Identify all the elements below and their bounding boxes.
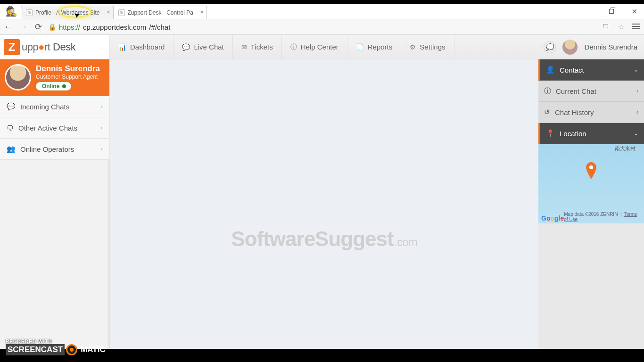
back-button[interactable]: ← [3,22,13,32]
status-text: Online [42,83,59,90]
panel-chat-history[interactable]: ↺Chat History ‹ [538,102,644,123]
profile-role: Customer Support Agent [36,74,100,80]
map-footer: Google Map data ©2016 ZENRIN | Terms of … [541,212,641,222]
recorder-tag: RECORDED WITH [6,339,107,344]
lock-icon: 🔒 [48,23,56,31]
browser-tab-2[interactable]: 🗎 Zupport Desk - Control Pa × [113,6,207,19]
url-path: /#/chat [149,23,170,31]
mail-icon: ✉ [241,43,247,51]
browser-addressbar: ← → ⟳ 🔒 https://cp.zupportdesk.com/#/cha… [0,19,644,35]
minimize-button[interactable]: — [585,8,598,15]
panel-current-chat[interactable]: ⓘCurrent Chat ‹ [538,81,644,102]
incognito-icon: 🕵️ [2,4,21,19]
status-dot-icon [62,84,66,88]
os-bottombar [0,355,644,362]
forward-button[interactable]: → [18,22,28,32]
nav-tickets[interactable]: ✉Tickets [233,35,282,59]
panel-label: Current Chat [556,87,596,95]
watermark-main: SoftwareSuggest [231,227,393,250]
chevron-down-icon: ⌄ [634,66,638,73]
right-panel-filler [538,223,644,349]
chevron-left-icon: ‹ [101,103,103,110]
chevron-left-icon: ‹ [101,146,103,152]
nav-label: Tickets [251,43,273,51]
status-badge[interactable]: Online [36,82,71,90]
nav-label: Help Center [301,43,339,51]
panel-label: Location [560,130,586,138]
comment-icon: 💬 [7,102,16,111]
logo-text: upp●rt Desk [22,41,75,53]
browser-tabstrip: 🕵️ 🗎 Profile - A Wordpress Site × 🗎 Zupp… [0,4,644,19]
chat-bubble-icon[interactable]: 💭 [544,41,556,53]
favicon-icon: 🗎 [26,9,33,16]
reload-button[interactable]: ⟳ [33,22,43,32]
nav-label: Live Chat [194,43,223,51]
nav-label: Settings [420,43,445,51]
recorder-part1: SCREENCAST [6,344,65,355]
sidebar-item-incoming-chats[interactable]: 💬Incoming Chats ‹ [0,96,109,117]
nav-help-center[interactable]: ⓘHelp Center [282,35,347,59]
browser-tab-1[interactable]: 🗎 Profile - A Wordpress Site × [21,6,114,19]
pin-icon: 📍 [546,129,555,138]
google-logo-icon: Google [541,214,564,222]
sidebar-item-label: Online Operators [20,145,74,153]
nav-label: Reports [368,43,393,51]
panel-label: Chat History [555,108,594,116]
info-icon: ⓘ [544,87,551,96]
gears-icon: ⚙ [410,43,416,51]
url-field[interactable]: 🔒 https://cp.zupportdesk.com/#/chat [48,23,170,31]
recorder-icon [66,344,77,355]
top-nav: 📊Dashboard 💬Live Chat ✉Tickets ⓘHelp Cen… [110,35,454,59]
nav-live-chat[interactable]: 💬Live Chat [173,35,232,59]
dashboard-icon: 📊 [118,43,126,51]
nav-settings[interactable]: ⚙Settings [401,35,454,59]
sidebar-item-other-active-chats[interactable]: 🗨Other Active Chats ‹ [0,117,109,139]
left-sidebar: Dennis Surendra Customer Support Agent O… [0,59,110,349]
maximize-button[interactable] [606,8,619,16]
nav-dashboard[interactable]: 📊Dashboard [110,35,173,59]
chevron-left-icon: ‹ [636,109,638,115]
panel-location[interactable]: 📍Location ⌄ [538,123,644,144]
recorder-badge: RECORDED WITH SCREENCAST MATIC [6,339,107,355]
main-content: SoftwareSuggest.com [110,59,538,349]
logo[interactable]: Z upp●rt Desk [0,35,110,59]
chevron-down-icon: ⌄ [634,130,638,137]
recorder-part3: MATIC [79,344,107,355]
sidebar-item-online-operators[interactable]: 👥Online Operators ‹ [0,139,109,160]
close-icon[interactable]: × [200,9,204,16]
profile-name: Dennis Surendra [36,64,100,74]
chevron-left-icon: ‹ [101,124,103,131]
sidebar-item-label: Other Active Chats [18,124,77,132]
watermark-suffix: .com [395,236,417,248]
file-icon: 📄 [356,43,364,51]
right-panel: 👤Contact ⌄ ⓘCurrent Chat ‹ ↺Chat History… [538,59,644,349]
info-icon: ⓘ [290,43,297,51]
close-button[interactable]: ✕ [628,8,641,15]
star-icon[interactable]: ☆ [616,23,626,31]
panel-label: Contact [560,66,584,74]
map[interactable]: 南大東村 Google Map data ©2016 ZENRIN | Term… [538,144,644,223]
user-icon: 👤 [546,66,555,74]
chat-icon: 💬 [182,43,190,51]
url-host: cp.zupportdesk.com [83,23,146,31]
url-scheme: https:// [59,23,80,31]
chevron-left-icon: ‹ [636,88,638,94]
nav-reports[interactable]: 📄Reports [347,35,402,59]
map-label: 南大東村 [615,145,636,152]
avatar[interactable] [562,40,578,55]
header-user: 💭 Dennis Surendra [537,35,644,59]
shield-icon[interactable]: ⛉ [601,23,611,31]
tab-title: Profile - A Wordpress Site [35,9,100,16]
avatar [5,64,31,90]
menu-button[interactable] [631,22,641,32]
comments-icon: 🗨 [7,124,14,132]
close-icon[interactable]: × [107,9,110,16]
favicon-icon: 🗎 [118,9,125,16]
watermark: SoftwareSuggest.com [231,227,417,251]
user-name[interactable]: Dennis Surendra [584,43,637,51]
panel-contact[interactable]: 👤Contact ⌄ [538,59,644,81]
logo-mark-icon: Z [4,39,20,55]
svg-point-0 [589,165,593,169]
nav-label: Dashboard [130,43,165,51]
window-controls: — ✕ [585,4,641,19]
